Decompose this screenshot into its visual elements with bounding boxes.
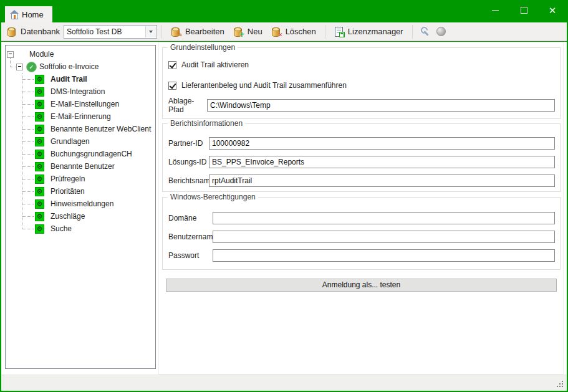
- group-title: Windows-Berechtigungen: [168, 193, 258, 201]
- partner-id-label: Partner-ID: [168, 139, 209, 148]
- tree-item-zuschlaege[interactable]: Zuschläge: [6, 210, 155, 222]
- tree-item-buchungsgrundlagen-ch[interactable]: BuchungsgrundlagenCH: [6, 148, 155, 160]
- password-input[interactable]: [213, 249, 555, 262]
- new-button-label: Neu: [248, 27, 262, 36]
- database-dropdown-button[interactable]: [145, 26, 156, 37]
- collapse-expander-icon[interactable]: [7, 51, 14, 58]
- tree-item-email-erinnerung[interactable]: E-Mail-Erinnerung: [6, 110, 155, 123]
- content-area: Module Softfolio e-Invoice Audit Trail D…: [1, 42, 567, 375]
- solution-id-label: Lösungs-ID: [168, 158, 209, 166]
- search-globe-icon: [436, 27, 446, 36]
- group-title: Berichtsinformationen: [168, 119, 245, 128]
- tree-item-dms-integration[interactable]: DMS-Integration: [6, 85, 155, 98]
- toolbar: Datenbank Softfolio Test DB Bearbeiten N…: [1, 22, 567, 41]
- test-login-button[interactable]: Anmeldung als... testen: [166, 279, 557, 292]
- status-bar: [1, 375, 567, 391]
- database-combobox-value: Softfolio Test DB: [64, 27, 122, 36]
- collapse-expander-icon[interactable]: [16, 64, 23, 70]
- delete-button-label: Löschen: [286, 27, 316, 36]
- domain-input[interactable]: [213, 212, 555, 224]
- domain-label: Domäne: [168, 214, 213, 222]
- database-icon: [7, 26, 17, 37]
- tree-item-benannte-benutzer-webclient[interactable]: Benannte Benutzer WebClient: [6, 123, 155, 135]
- window-controls: ✕: [481, 0, 567, 21]
- report-name-input[interactable]: [209, 174, 555, 187]
- tree-item-audit-trail[interactable]: Audit Trail: [6, 73, 155, 85]
- maximize-icon: [521, 7, 527, 14]
- module-gear-icon: [35, 87, 44, 97]
- username-label: Benutzername: [168, 232, 213, 241]
- license-manager-button[interactable]: Lizenzmanager: [330, 24, 408, 39]
- merge-checkbox[interactable]: [168, 82, 176, 90]
- path-input[interactable]: [207, 99, 555, 112]
- merge-checkbox-label: Lieferantenbeleg und Audit Trail zusamme…: [181, 81, 347, 90]
- module-tree: Module Softfolio e-Invoice Audit Trail D…: [5, 45, 156, 369]
- tools-wrench-icon: [420, 26, 430, 37]
- module-gear-icon: [35, 100, 44, 109]
- database-edit-icon: [171, 26, 181, 37]
- home-icon: [9, 10, 19, 19]
- tree-item-module[interactable]: Module: [6, 48, 155, 60]
- minimize-button[interactable]: [481, 0, 509, 21]
- search-web-button[interactable]: [433, 24, 450, 39]
- audit-trail-checkbox[interactable]: [168, 61, 176, 69]
- close-button[interactable]: ✕: [538, 0, 567, 21]
- toolbar-separator: [412, 25, 413, 39]
- path-label: Ablage-Pfad: [168, 97, 207, 114]
- password-label: Passwort: [168, 251, 213, 260]
- audit-trail-checkbox-label: Audit Trail aktivieren: [181, 60, 249, 69]
- database-delete-icon: [271, 26, 282, 37]
- module-gear-icon: [35, 125, 44, 134]
- resize-grip[interactable]: [557, 381, 564, 388]
- edit-button-label: Bearbeiten: [185, 27, 224, 36]
- tab-home-label: Home: [22, 10, 44, 19]
- module-gear-icon: [35, 162, 44, 171]
- module-gear-icon: [35, 75, 44, 84]
- module-gear-icon: [35, 137, 44, 146]
- tree-item-grundlagen[interactable]: Grundlagen: [6, 135, 155, 148]
- tree-item-hinweismeldungen[interactable]: Hinweismeldungen: [6, 198, 155, 210]
- new-button[interactable]: Neu: [229, 24, 267, 39]
- tree-item-benannte-benutzer[interactable]: Benannte Benutzer: [6, 160, 155, 173]
- group-berichtsinformationen: Berichtsinformationen Partner-ID Lösungs…: [162, 123, 561, 192]
- report-name-label: Berichtsname: [168, 176, 209, 185]
- tree-item-pruefregeln[interactable]: Prüfregeln: [6, 173, 155, 185]
- tree-item-suche[interactable]: Suche: [6, 222, 155, 235]
- group-grundeinstellungen: Grundeinstellungen Audit Trail aktiviere…: [162, 47, 561, 119]
- module-gear-icon: [35, 112, 44, 122]
- settings-panel: Grundeinstellungen Audit Trail aktiviere…: [158, 42, 564, 375]
- module-gear-icon: [35, 150, 44, 159]
- database-label: Datenbank: [21, 27, 60, 36]
- module-gear-icon: [35, 212, 44, 221]
- username-input[interactable]: [213, 231, 555, 243]
- chevron-down-icon: [149, 31, 153, 33]
- group-windows-berechtigungen: Windows-Berechtigungen Domäne Benutzerna…: [162, 197, 561, 270]
- solution-id-input[interactable]: [209, 156, 555, 168]
- partner-id-input[interactable]: [209, 137, 555, 150]
- tools-button[interactable]: [417, 24, 433, 39]
- tab-home[interactable]: Home: [5, 6, 52, 22]
- edit-button[interactable]: Bearbeiten: [166, 24, 229, 39]
- license-manager-icon: [334, 26, 344, 37]
- toolbar-separator: [325, 25, 325, 39]
- tree-item-softfolio-e-invoice[interactable]: Softfolio e-Invoice: [6, 60, 155, 73]
- license-manager-label: Lizenzmanager: [348, 27, 403, 36]
- maximize-button[interactable]: [509, 0, 538, 21]
- module-gear-icon: [35, 199, 44, 209]
- tree-item-prioritaeten[interactable]: Prioritäten: [6, 185, 155, 198]
- check-circle-icon: [26, 62, 37, 72]
- tree-item-email-einstellungen[interactable]: E-Mail-Einstellungen: [6, 98, 155, 110]
- minimize-icon: [492, 10, 499, 11]
- resize-grip-icon: [557, 381, 558, 382]
- module-gear-icon: [35, 187, 44, 196]
- toolbar-separator: [161, 25, 162, 39]
- titlebar: Home ✕: [0, 0, 568, 22]
- delete-button[interactable]: Löschen: [267, 24, 320, 39]
- module-gear-icon: [35, 224, 44, 234]
- app-window: Home ✕ Datenbank Softfolio Test DB Bearb…: [0, 0, 568, 392]
- close-icon: ✕: [549, 5, 557, 16]
- group-title: Grundeinstellungen: [168, 43, 238, 52]
- database-combobox[interactable]: Softfolio Test DB: [64, 25, 157, 39]
- database-add-icon: [233, 26, 244, 37]
- module-gear-icon: [35, 174, 44, 184]
